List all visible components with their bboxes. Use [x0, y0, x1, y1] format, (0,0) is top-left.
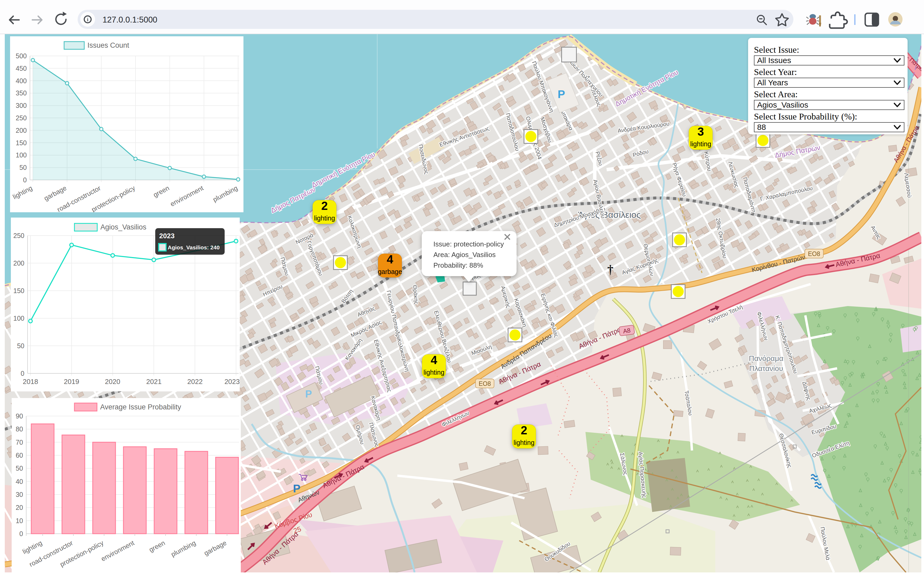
svg-text:plumbing: plumbing — [170, 539, 197, 558]
svg-text:plumbing: plumbing — [212, 184, 239, 203]
svg-text:0: 0 — [21, 370, 25, 377]
svg-text:Probability: 88%: Probability: 88% — [433, 261, 483, 269]
svg-text:environment: environment — [100, 539, 135, 563]
svg-text:†: † — [607, 263, 614, 276]
svg-text:350: 350 — [16, 89, 27, 97]
svg-text:2023: 2023 — [159, 232, 175, 240]
svg-text:50: 50 — [16, 464, 23, 472]
svg-text:2022: 2022 — [187, 378, 203, 386]
svg-text:40: 40 — [16, 478, 23, 485]
svg-text:P: P — [293, 482, 300, 495]
svg-text:100: 100 — [16, 151, 27, 159]
svg-text:2018: 2018 — [23, 378, 38, 386]
svg-text:Agios_Vasilios: Agios_Vasilios — [101, 223, 147, 231]
svg-text:lighting: lighting — [423, 368, 444, 376]
svg-text:100: 100 — [13, 315, 25, 322]
svg-text:Average Issue Probability: Average Issue Probability — [100, 403, 181, 411]
svg-text:Agios_Vasilios: 240: Agios_Vasilios: 240 — [168, 244, 219, 250]
svg-text:150: 150 — [13, 287, 25, 294]
svg-text:10: 10 — [16, 517, 23, 524]
svg-text:A8: A8 — [622, 327, 631, 335]
svg-text:EO8: EO8 — [478, 380, 491, 387]
svg-text:400: 400 — [16, 77, 27, 84]
svg-text:Issue: protection-policy: Issue: protection-policy — [433, 240, 504, 248]
svg-text:i: i — [87, 17, 88, 22]
svg-text:50: 50 — [19, 164, 27, 171]
svg-text:250: 250 — [13, 232, 25, 239]
svg-text:4: 4 — [387, 253, 393, 266]
svg-text:4: 4 — [431, 353, 437, 367]
svg-text:90: 90 — [16, 412, 23, 420]
svg-text:lighting: lighting — [21, 539, 43, 555]
svg-text:garbage: garbage — [378, 268, 402, 275]
svg-text:green: green — [152, 184, 171, 199]
svg-text:300: 300 — [16, 102, 27, 109]
svg-text:20: 20 — [16, 504, 23, 511]
svg-text:2: 2 — [321, 199, 328, 212]
svg-text:0: 0 — [23, 176, 27, 183]
svg-text:lighting: lighting — [314, 215, 335, 222]
svg-text:garbage: garbage — [43, 184, 68, 202]
svg-text:70: 70 — [16, 439, 23, 446]
svg-text:2: 2 — [521, 424, 527, 437]
svg-text:lighting: lighting — [513, 439, 534, 446]
svg-text:EO8: EO8 — [808, 250, 820, 257]
svg-text:127.0.0.1:5000: 127.0.0.1:5000 — [102, 15, 157, 25]
svg-text:Area: Agios_Vasilios: Area: Agios_Vasilios — [433, 251, 496, 259]
svg-text:150: 150 — [16, 139, 27, 147]
svg-text:environment: environment — [169, 184, 205, 208]
svg-text:2020: 2020 — [105, 378, 120, 386]
svg-text:500: 500 — [16, 52, 27, 59]
svg-text:30: 30 — [16, 491, 23, 498]
svg-text:lighting: lighting — [690, 140, 711, 148]
svg-text:green: green — [148, 539, 167, 553]
svg-text:2023: 2023 — [224, 378, 240, 386]
svg-text:250: 250 — [16, 114, 27, 122]
svg-text:Issues Count: Issues Count — [87, 41, 129, 49]
svg-text:2021: 2021 — [146, 378, 162, 386]
svg-text:Πανόραμα: Πανόραμα — [749, 354, 783, 363]
svg-text:lighting: lighting — [12, 184, 33, 201]
svg-text:3: 3 — [698, 125, 704, 138]
svg-text:P: P — [558, 88, 565, 101]
svg-text:P: P — [305, 388, 312, 400]
svg-text:Πλατανίου: Πλατανίου — [749, 364, 783, 373]
svg-text:450: 450 — [16, 64, 27, 72]
svg-text:2019: 2019 — [64, 378, 79, 386]
svg-text:0: 0 — [19, 530, 23, 537]
svg-text:200: 200 — [16, 127, 27, 134]
svg-text:80: 80 — [16, 425, 23, 433]
svg-text:200: 200 — [13, 259, 25, 267]
svg-text:60: 60 — [16, 452, 23, 459]
svg-text:50: 50 — [17, 342, 25, 350]
svg-text:garbage: garbage — [203, 539, 228, 557]
